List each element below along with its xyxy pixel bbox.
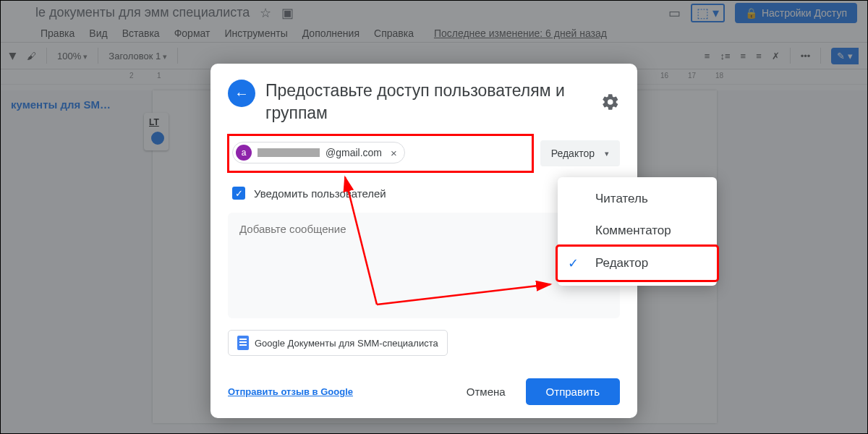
role-option-editor[interactable]: ✓ Редактор [558, 247, 717, 280]
role-option-label: Редактор [595, 256, 648, 271]
send-button[interactable]: Отправить [526, 378, 620, 405]
remove-chip-icon[interactable]: × [391, 147, 397, 159]
redacted-name [258, 148, 320, 157]
docs-icon [237, 336, 249, 350]
notify-checkbox[interactable]: ✓ [232, 187, 245, 200]
arrow-left-icon: ← [234, 85, 249, 102]
role-menu: Читатель Комментатор ✓ Редактор [558, 177, 717, 286]
back-button[interactable]: ← [228, 80, 255, 107]
attachment-chip[interactable]: Google Документы для SMM-специалиста [228, 330, 448, 356]
avatar: a [236, 145, 252, 161]
role-option-viewer[interactable]: Читатель [558, 183, 717, 215]
people-input[interactable]: a @gmail.com × [228, 135, 533, 172]
gear-icon [601, 93, 620, 111]
role-dropdown-button[interactable]: Редактор [540, 140, 620, 166]
role-dropdown-label: Редактор [551, 148, 595, 159]
feedback-link[interactable]: Отправить отзыв в Google [228, 386, 353, 397]
email-domain: @gmail.com [326, 147, 382, 158]
role-option-label: Комментатор [595, 224, 671, 238]
cancel-button[interactable]: Отмена [454, 378, 519, 405]
notify-label: Уведомить пользователей [254, 187, 386, 200]
check-icon: ✓ [235, 188, 243, 199]
role-option-commenter[interactable]: Комментатор [558, 215, 717, 247]
person-chip[interactable]: a @gmail.com × [232, 142, 405, 163]
dialog-title: Предоставьте доступ пользователям и груп… [265, 80, 591, 124]
attachment-name: Google Документы для SMM-специалиста [255, 338, 438, 349]
role-option-label: Читатель [595, 192, 648, 206]
settings-button[interactable] [601, 93, 620, 111]
check-icon: ✓ [568, 255, 587, 271]
